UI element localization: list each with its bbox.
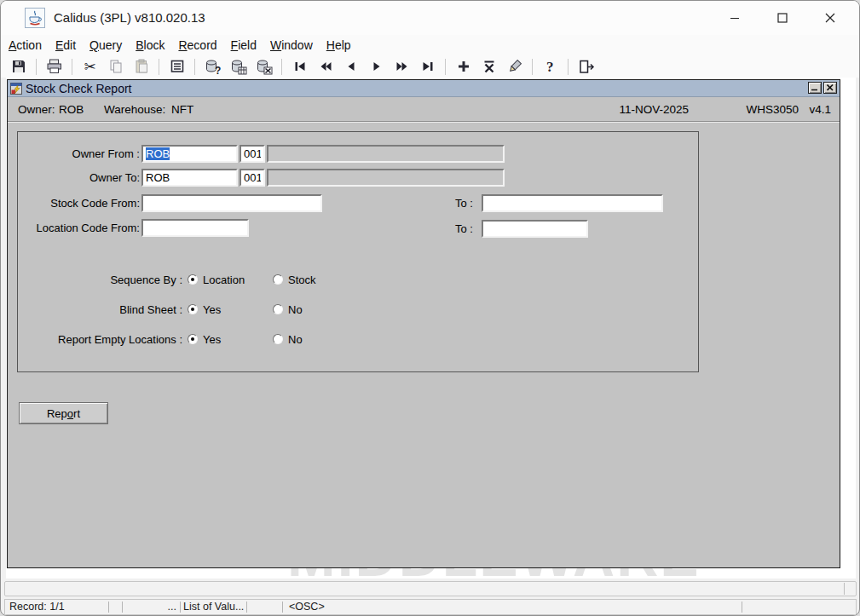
form-close-button[interactable] xyxy=(823,82,837,94)
owner-to-label: Owner To: xyxy=(25,169,140,187)
owner-to-suffix-input[interactable] xyxy=(240,169,265,187)
last-record-icon[interactable] xyxy=(417,57,438,77)
svg-text:?: ? xyxy=(215,64,221,75)
copy-icon[interactable] xyxy=(105,57,126,77)
owner-from-description-field xyxy=(267,145,505,163)
app-window: Calidus (3PL) v810.020.13 Action Edit Qu… xyxy=(0,0,860,616)
stock-check-report-window: Stock Check Report Owner: ROB Warehouse:… xyxy=(7,79,840,568)
blind-sheet-no-option[interactable]: No xyxy=(288,301,303,319)
form-version: v4.1 xyxy=(809,103,831,116)
sequence-by-location-radio[interactable] xyxy=(188,274,198,285)
enter-query-icon[interactable]: ? xyxy=(202,57,223,77)
lock-record-icon[interactable] xyxy=(504,57,525,77)
location-code-from-label: Location Code From: xyxy=(25,219,140,237)
minimize-button[interactable] xyxy=(711,1,759,35)
owner-value: ROB xyxy=(59,103,84,116)
maximize-button[interactable] xyxy=(759,1,806,35)
exit-icon[interactable] xyxy=(575,57,597,77)
menu-record[interactable]: Record xyxy=(178,38,216,52)
owner-label: Owner: xyxy=(18,103,55,116)
message-bar xyxy=(4,581,857,596)
menu-block[interactable]: Block xyxy=(136,38,164,52)
report-empty-locations-label: Report Empty Locations : xyxy=(25,331,182,348)
title-bar: Calidus (3PL) v810.020.13 xyxy=(1,1,859,35)
menu-bar: Action Edit Query Block Record Field Win… xyxy=(1,35,859,55)
location-code-to-input[interactable] xyxy=(482,220,588,238)
menu-action[interactable]: Action xyxy=(9,38,42,52)
blind-sheet-label: Blind Sheet : xyxy=(25,301,182,319)
coffee-cup-icon xyxy=(26,9,43,26)
location-code-to-label: To : xyxy=(417,220,473,238)
form-title-bar[interactable]: Stock Check Report xyxy=(8,80,840,97)
owner-from-input[interactable]: ROB xyxy=(141,145,238,163)
cancel-query-icon[interactable] xyxy=(253,57,274,77)
sequence-by-location-option[interactable]: Location xyxy=(203,271,245,289)
form-icon xyxy=(10,83,22,95)
stock-code-to-label: To : xyxy=(417,194,473,212)
form-info-bar: Owner: ROB Warehouse: NFT 11-NOV-2025 WH… xyxy=(8,97,840,122)
form-minimize-button[interactable] xyxy=(808,82,822,94)
status-bar: Record: 1/1 ... List of Valu... <OSC> xyxy=(4,599,857,615)
report-empty-yes-radio[interactable] xyxy=(188,334,198,344)
form-title: Stock Check Report xyxy=(26,82,132,95)
report-empty-yes-option[interactable]: Yes xyxy=(203,331,221,348)
menu-edit[interactable]: Edit xyxy=(55,38,76,52)
menu-help[interactable]: Help xyxy=(326,38,351,52)
remove-record-icon[interactable] xyxy=(478,57,499,77)
message-bar-divider xyxy=(844,583,845,595)
status-ellipsis: ... xyxy=(122,601,176,613)
report-empty-no-option[interactable]: No xyxy=(288,331,303,348)
mdi-client-area: MIDDLEWARE Stock Check Report xyxy=(6,78,856,579)
cut-icon[interactable]: ✂ xyxy=(79,57,101,77)
next-record-icon[interactable] xyxy=(366,57,387,77)
blind-sheet-yes-option[interactable]: Yes xyxy=(203,301,221,319)
close-button[interactable] xyxy=(806,1,854,35)
java-app-icon[interactable] xyxy=(25,8,45,28)
stock-code-from-input[interactable] xyxy=(141,194,322,212)
blind-sheet-yes-radio[interactable] xyxy=(188,304,198,314)
paste-icon[interactable] xyxy=(130,57,152,77)
stock-code-to-input[interactable] xyxy=(482,194,663,212)
toolbar: ✂ ? xyxy=(1,55,859,78)
menu-window[interactable]: Window xyxy=(270,38,313,52)
list-of-values-indicator: List of Valu... xyxy=(183,601,244,613)
window-title: Calidus (3PL) v810.020.13 xyxy=(54,1,205,35)
print-icon[interactable] xyxy=(43,57,65,77)
owner-to-input[interactable] xyxy=(141,169,238,187)
first-record-icon[interactable] xyxy=(289,57,310,77)
svg-text:?: ? xyxy=(546,59,554,74)
form-date: 11-NOV-2025 xyxy=(619,103,689,116)
sequence-by-label: Sequence By : xyxy=(25,271,182,289)
menu-query[interactable]: Query xyxy=(89,38,122,52)
blind-sheet-no-radio[interactable] xyxy=(273,304,283,314)
stock-code-from-label: Stock Code From: xyxy=(25,194,140,212)
form-module-code: WHS3050 xyxy=(746,103,799,116)
warehouse-value: NFT xyxy=(171,103,193,116)
insert-record-icon[interactable] xyxy=(453,57,474,77)
owner-to-description-field xyxy=(267,169,505,187)
owner-from-label: Owner From : xyxy=(25,145,140,163)
report-empty-no-radio[interactable] xyxy=(273,334,283,344)
save-icon[interactable] xyxy=(8,57,29,77)
record-indicator: Record: 1/1 xyxy=(9,601,65,613)
help-icon[interactable]: ? xyxy=(540,57,561,77)
owner-from-suffix-input[interactable] xyxy=(240,145,265,163)
location-code-from-input[interactable] xyxy=(141,219,249,237)
sequence-by-stock-option[interactable]: Stock xyxy=(288,271,316,289)
next-block-icon[interactable] xyxy=(391,57,413,77)
execute-query-icon[interactable] xyxy=(228,57,249,77)
edit-list-icon[interactable] xyxy=(166,57,188,77)
menu-field[interactable]: Field xyxy=(231,38,257,52)
owner-from-selected-text: ROB xyxy=(146,147,170,160)
previous-record-icon[interactable] xyxy=(340,57,361,77)
report-button[interactable]: Report xyxy=(19,402,108,424)
sequence-by-stock-radio[interactable] xyxy=(273,274,283,285)
previous-block-icon[interactable] xyxy=(315,57,336,77)
warehouse-label: Warehouse: xyxy=(104,103,165,116)
osc-indicator: <OSC> xyxy=(289,601,325,613)
